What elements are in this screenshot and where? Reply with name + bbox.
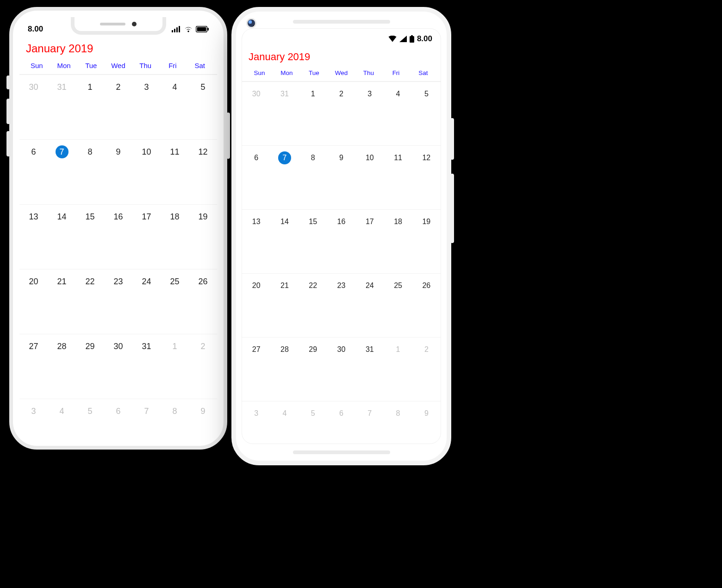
calendar-day[interactable]: 18 <box>384 209 412 273</box>
calendar-day[interactable]: 18 <box>161 204 189 269</box>
calendar-day[interactable]: 22 <box>299 273 327 337</box>
calendar-day[interactable]: 2 <box>327 81 355 145</box>
day-number: 12 <box>197 145 210 158</box>
calendar-day[interactable]: 31 <box>355 337 384 401</box>
battery-icon <box>410 35 414 43</box>
month-title: January 2019 <box>242 49 441 69</box>
calendar-day[interactable]: 4 <box>161 75 189 139</box>
calendar-day[interactable]: 8 <box>299 145 327 209</box>
calendar-day[interactable]: 9 <box>327 145 355 209</box>
calendar-day-outside[interactable]: 5 <box>76 399 104 432</box>
day-number: 30 <box>27 81 40 94</box>
calendar-day[interactable]: 2 <box>104 75 132 139</box>
calendar-day[interactable]: 19 <box>189 204 217 269</box>
calendar-day[interactable]: 25 <box>161 269 189 334</box>
calendar-day-outside[interactable]: 9 <box>412 401 441 433</box>
calendar-day[interactable]: 31 <box>132 334 161 399</box>
calendar-day[interactable]: 10 <box>355 145 384 209</box>
calendar-day[interactable]: 23 <box>104 269 132 334</box>
calendar-day[interactable]: 16 <box>104 204 132 269</box>
calendar-day[interactable]: 12 <box>189 139 217 204</box>
calendar-day-selected[interactable]: 7 <box>270 145 299 209</box>
calendar-day[interactable]: 6 <box>242 145 270 209</box>
calendar-day-outside[interactable]: 31 <box>48 75 76 139</box>
calendar-day-outside[interactable]: 1 <box>384 337 412 401</box>
power-button <box>226 113 230 159</box>
calendar-day[interactable]: 28 <box>48 334 76 399</box>
iphone-device-frame: 8.00 January 2019 SunMonTueWedThuFriSat … <box>9 7 227 450</box>
calendar-day[interactable]: 22 <box>76 269 104 334</box>
calendar-day[interactable]: 15 <box>299 209 327 273</box>
weekday-label: Wed <box>105 62 132 69</box>
calendar-day[interactable]: 26 <box>189 269 217 334</box>
calendar-day[interactable]: 30 <box>104 334 132 399</box>
calendar-day[interactable]: 25 <box>384 273 412 337</box>
calendar-day-outside[interactable]: 2 <box>412 337 441 401</box>
calendar-day-outside[interactable]: 4 <box>48 399 76 432</box>
calendar-day[interactable]: 3 <box>355 81 384 145</box>
calendar-day-outside[interactable]: 9 <box>189 399 217 432</box>
calendar-day-outside[interactable]: 1 <box>161 334 189 399</box>
calendar-day[interactable]: 1 <box>76 75 104 139</box>
weekday-label: Sun <box>23 62 50 69</box>
calendar-day[interactable]: 8 <box>76 139 104 204</box>
day-number: 14 <box>278 215 291 228</box>
calendar-day-outside[interactable]: 3 <box>242 401 270 433</box>
calendar-day-outside[interactable]: 5 <box>299 401 327 433</box>
calendar-day-outside[interactable]: 30 <box>242 81 270 145</box>
calendar-day[interactable]: 9 <box>104 139 132 204</box>
calendar-day-outside[interactable]: 2 <box>189 334 217 399</box>
calendar-day[interactable]: 16 <box>327 209 355 273</box>
calendar-day[interactable]: 13 <box>19 204 48 269</box>
calendar-day[interactable]: 27 <box>19 334 48 399</box>
calendar-day-outside[interactable]: 30 <box>19 75 48 139</box>
calendar-day[interactable]: 17 <box>355 209 384 273</box>
calendar-day-outside[interactable]: 31 <box>270 81 299 145</box>
calendar-day[interactable]: 17 <box>132 204 161 269</box>
calendar-day-outside[interactable]: 6 <box>104 399 132 432</box>
calendar-day-selected[interactable]: 7 <box>48 139 76 204</box>
day-number: 5 <box>306 407 319 420</box>
calendar-day[interactable]: 13 <box>242 209 270 273</box>
calendar-day[interactable]: 27 <box>242 337 270 401</box>
calendar-day[interactable]: 20 <box>242 273 270 337</box>
calendar-day[interactable]: 11 <box>161 139 189 204</box>
calendar-day[interactable]: 24 <box>355 273 384 337</box>
calendar-day-outside[interactable]: 7 <box>132 399 161 432</box>
weekday-header: SunMonTueWedThuFriSat <box>19 62 217 75</box>
calendar-day-outside[interactable]: 3 <box>19 399 48 432</box>
calendar-day-outside[interactable]: 6 <box>327 401 355 433</box>
calendar-day[interactable]: 14 <box>270 209 299 273</box>
calendar-day-outside[interactable]: 8 <box>161 399 189 432</box>
weekday-label: Mon <box>50 62 78 69</box>
calendar-day[interactable]: 29 <box>299 337 327 401</box>
calendar-day[interactable]: 5 <box>412 81 441 145</box>
calendar-day[interactable]: 21 <box>48 269 76 334</box>
calendar-day[interactable]: 12 <box>412 145 441 209</box>
weekday-label: Fri <box>159 62 187 69</box>
calendar-day-outside[interactable]: 7 <box>355 401 384 433</box>
calendar-day[interactable]: 28 <box>270 337 299 401</box>
calendar-day[interactable]: 21 <box>270 273 299 337</box>
calendar-day-outside[interactable]: 4 <box>270 401 299 433</box>
calendar-day[interactable]: 23 <box>327 273 355 337</box>
calendar-day[interactable]: 20 <box>19 269 48 334</box>
calendar-day[interactable]: 10 <box>132 139 161 204</box>
calendar-day[interactable]: 6 <box>19 139 48 204</box>
calendar-day[interactable]: 11 <box>384 145 412 209</box>
calendar-day[interactable]: 24 <box>132 269 161 334</box>
calendar-day[interactable]: 30 <box>327 337 355 401</box>
calendar-grid[interactable]: 3031123456789101112131415161718192021222… <box>19 75 217 432</box>
calendar-day-outside[interactable]: 8 <box>384 401 412 433</box>
calendar-day[interactable]: 4 <box>384 81 412 145</box>
calendar-day[interactable]: 29 <box>76 334 104 399</box>
calendar-day[interactable]: 1 <box>299 81 327 145</box>
calendar-grid[interactable]: 3031123456789101112131415161718192021222… <box>242 81 441 433</box>
calendar-day[interactable]: 19 <box>412 209 441 273</box>
calendar-day[interactable]: 26 <box>412 273 441 337</box>
calendar-day[interactable]: 3 <box>132 75 161 139</box>
calendar-day[interactable]: 15 <box>76 204 104 269</box>
calendar-day[interactable]: 14 <box>48 204 76 269</box>
calendar-day[interactable]: 5 <box>189 75 217 139</box>
day-number: 31 <box>363 343 376 356</box>
